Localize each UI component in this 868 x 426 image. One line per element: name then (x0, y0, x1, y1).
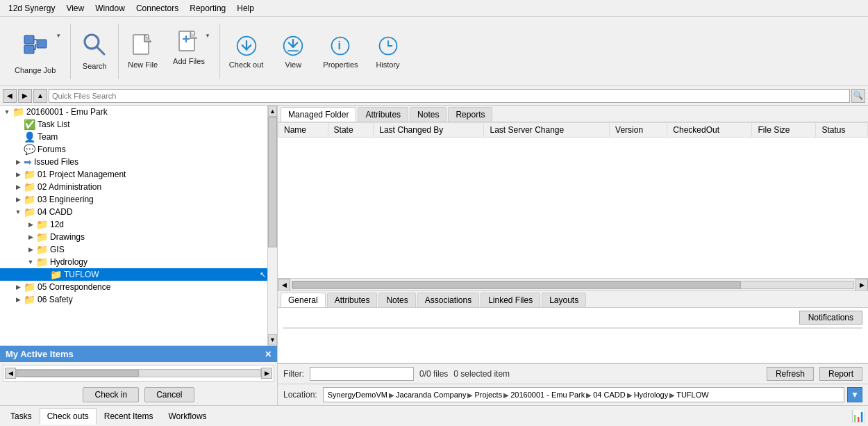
tree-item-forums[interactable]: 💬 Forums (0, 143, 267, 156)
toolbar: Change Job ▼ Search New File Add Files (0, 17, 868, 86)
nav-up-button[interactable]: ▲ (33, 89, 47, 103)
team-expander (12, 131, 24, 142)
right-bottom-tabs: General Attributes Notes Associations Li… (278, 290, 868, 308)
tab-associations[interactable]: Associations (417, 293, 479, 307)
tab-linked-files[interactable]: Linked Files (481, 293, 540, 307)
05-corr-expander[interactable]: ▶ (12, 281, 24, 293)
col-version[interactable]: Version (610, 123, 667, 138)
bottom-tab-check-outs[interactable]: Check outs (40, 408, 97, 425)
new-file-button[interactable]: New File (122, 26, 164, 76)
col-checked-out[interactable]: CheckedOut (667, 123, 752, 138)
bottom-tab-workflows[interactable]: Workflows (160, 408, 214, 425)
tuflow-expander (39, 269, 50, 280)
col-state[interactable]: State (328, 123, 374, 138)
bottom-tab-recent-items[interactable]: Recent Items (97, 408, 161, 425)
filter-selected: 0 selected item (453, 369, 761, 379)
tree-item-06-safety[interactable]: ▶ 📁 06 Safety (0, 293, 267, 306)
tree-item-12d[interactable]: ▶ 📁 12d (0, 218, 267, 231)
gis-label: GIS (50, 245, 65, 254)
tree-item-05-corr[interactable]: ▶ 📁 05 Correspondence (0, 281, 267, 293)
col-file-size[interactable]: File Size (752, 123, 816, 138)
menu-view[interactable]: View (60, 2, 90, 15)
report-button[interactable]: Report (819, 367, 862, 381)
menu-window[interactable]: Window (90, 2, 131, 15)
tree-item-hydrology[interactable]: ▼ 📁 Hydrology (0, 256, 267, 268)
search-button[interactable]: Search (74, 26, 115, 76)
gis-expander[interactable]: ▶ (25, 244, 36, 255)
tree-root[interactable]: ▼ 📁 20160001 - Emu Park (0, 106, 267, 118)
check-in-button[interactable]: Check in (83, 387, 139, 402)
nav-forward-button[interactable]: ▶ (18, 89, 32, 103)
tree-item-issued-files[interactable]: ▶ ➡ Issued Files (0, 156, 267, 168)
tab-attributes[interactable]: Attributes (358, 107, 408, 122)
tab-managed-folder[interactable]: Managed Folder (281, 107, 356, 122)
bottom-tab-tasks[interactable]: Tasks (3, 408, 40, 425)
col-last-changed-by[interactable]: Last Changed By (374, 123, 484, 138)
h-scroll-thumb[interactable] (292, 281, 741, 288)
tree-item-tuflow[interactable]: 📁 TUFLOW ↖ (0, 268, 267, 281)
tree-item-task-list[interactable]: ✅ Task List (0, 118, 267, 131)
quick-search-button[interactable]: 🔍 (851, 89, 865, 103)
tab-layouts[interactable]: Layouts (542, 293, 586, 307)
properties-button[interactable]: i Properties (317, 26, 364, 76)
active-items-close[interactable]: ✕ (265, 350, 272, 359)
tab-bottom-notes[interactable]: Notes (378, 293, 415, 307)
menu-help[interactable]: Help (231, 2, 260, 15)
cancel-button[interactable]: Cancel (144, 387, 194, 402)
scroll-left-arrow[interactable]: ◀ (5, 368, 16, 379)
hydrology-expander[interactable]: ▼ (25, 256, 36, 268)
tree-item-drawings[interactable]: ▶ 📁 Drawings (0, 231, 267, 243)
menu-12d-synergy[interactable]: 12d Synergy (3, 2, 60, 15)
tree-item-03-eng[interactable]: ▶ 📁 03 Engineering (0, 193, 267, 206)
02-admin-expander[interactable]: ▶ (12, 181, 24, 192)
active-items-scroll-track[interactable] (16, 369, 261, 377)
refresh-button[interactable]: Refresh (767, 367, 814, 381)
03-eng-expander[interactable]: ▶ (12, 194, 24, 205)
04-cadd-expander[interactable]: ▼ (12, 206, 24, 218)
col-last-server-change[interactable]: Last Server Change (484, 123, 610, 138)
nav-back-button[interactable]: ◀ (3, 89, 17, 103)
tab-reports[interactable]: Reports (448, 107, 492, 122)
active-items-scroll-thumb[interactable] (17, 370, 139, 377)
tree-scrollbar[interactable]: ▲ ▼ (267, 106, 277, 345)
hydrology-icon: 📁 (36, 256, 48, 268)
check-out-button[interactable]: Check out (223, 26, 270, 76)
12d-expander[interactable]: ▶ (25, 219, 36, 230)
notifications-button[interactable]: Notifications (799, 311, 862, 325)
history-button[interactable]: History (367, 26, 409, 76)
h-scroll-track[interactable] (292, 281, 854, 289)
col-name[interactable]: Name (278, 123, 328, 138)
issued-expander[interactable]: ▶ (12, 156, 24, 167)
tree-item-01-pm[interactable]: ▶ 📁 01 Project Management (0, 168, 267, 181)
location-dropdown-button[interactable]: ▼ (847, 387, 862, 402)
filter-input[interactable] (310, 367, 414, 381)
change-job-button[interactable]: Change Job ▼ (8, 26, 67, 76)
menu-reporting[interactable]: Reporting (184, 2, 231, 15)
history-icon (377, 33, 399, 60)
06-safety-icon: 📁 (24, 294, 35, 305)
tree-scroll-up[interactable]: ▲ (268, 106, 277, 117)
root-folder-icon: 📁 (12, 106, 24, 117)
view-button[interactable]: View (272, 26, 314, 76)
tree-item-02-admin[interactable]: ▶ 📁 02 Administration (0, 181, 267, 193)
tab-notes[interactable]: Notes (410, 107, 446, 122)
tree-item-team[interactable]: 👤 Team (0, 131, 267, 143)
tab-general[interactable]: General (281, 293, 326, 307)
h-scroll-right[interactable]: ▶ (856, 279, 868, 291)
col-status[interactable]: Status (816, 123, 868, 138)
add-files-button[interactable]: Add Files ▼ (167, 26, 217, 76)
tree-item-gis[interactable]: ▶ 📁 GIS (0, 243, 267, 256)
drawings-expander[interactable]: ▶ (25, 231, 36, 243)
h-scroll-left[interactable]: ◀ (278, 279, 290, 291)
quick-search-input[interactable] (49, 89, 850, 103)
tab-bottom-attributes[interactable]: Attributes (327, 293, 378, 307)
tree-item-04-cadd[interactable]: ▼ 📁 04 CADD (0, 206, 267, 218)
tree-scroll-thumb[interactable] (268, 117, 277, 247)
issued-label: Issued Files (34, 157, 78, 167)
scroll-right-arrow[interactable]: ▶ (261, 368, 272, 379)
06-safety-expander[interactable]: ▶ (12, 294, 24, 305)
root-expander[interactable]: ▼ (1, 106, 12, 117)
tree-scroll-down[interactable]: ▼ (268, 334, 277, 345)
01-pm-expander[interactable]: ▶ (12, 169, 24, 180)
menu-connectors[interactable]: Connectors (131, 2, 184, 15)
